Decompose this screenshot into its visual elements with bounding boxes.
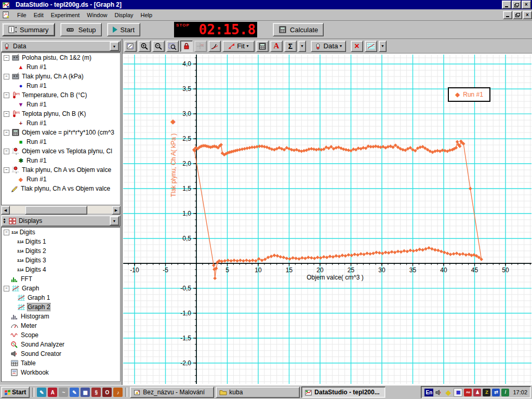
power-icon[interactable]: Z	[483, 389, 490, 396]
collapse-icon[interactable]: −	[4, 286, 9, 291]
task-folder-kuba[interactable]: kuba	[216, 387, 300, 398]
collapse-icon[interactable]: −	[4, 55, 9, 61]
ati-icon[interactable]: Ati	[464, 389, 472, 396]
displays-tree-item[interactable]: 3.14Digits 2	[2, 246, 120, 256]
zoom-out-button[interactable]	[152, 41, 165, 52]
displays-tree-item[interactable]: Histogram	[2, 312, 120, 321]
zoom-select-button[interactable]	[166, 41, 179, 52]
minimize-button[interactable]	[502, 1, 511, 9]
collapse-icon[interactable]: −	[4, 149, 9, 154]
collapse-icon[interactable]: −	[4, 167, 9, 173]
opera-icon[interactable]: O	[102, 388, 112, 397]
close-button[interactable]: ×	[522, 1, 531, 9]
title-bar[interactable]: DataStudio - tepl200g.ds - [Graph 2] ×	[0, 0, 532, 9]
clock[interactable]: 17:02	[513, 389, 527, 395]
displays-header-dropdown[interactable]: ▼	[110, 216, 119, 225]
calculator-tool-button[interactable]	[256, 41, 269, 52]
calculator-icon[interactable]: ▦	[81, 388, 90, 397]
scale-to-fit-button[interactable]	[124, 41, 137, 52]
displays-panel-header[interactable]: ▲▼ Displays ▼	[1, 215, 121, 227]
pen-tray-icon[interactable]: /	[501, 389, 509, 396]
displays-tree-item[interactable]: −3.14Digits	[2, 228, 120, 237]
displays-tree-item[interactable]: Meter	[2, 321, 120, 330]
data-tree-item[interactable]: −Tlak plynu, Ch A vs Objem valce	[2, 165, 120, 175]
menu-help[interactable]: Help	[137, 10, 156, 20]
statistics-dropdown-button[interactable]: ▼	[298, 41, 306, 52]
displays-tree-item[interactable]: Scope	[2, 330, 120, 340]
displays-tree-item[interactable]: Table	[2, 358, 120, 368]
graph-settings-dropdown-button[interactable]: ▼	[379, 41, 387, 52]
diamond-tray-icon[interactable]: ◆	[444, 389, 452, 396]
xy-tool-button[interactable]	[194, 41, 207, 52]
data-tree-item[interactable]: −Temperature, Ch B (°C)	[2, 90, 120, 100]
start-button[interactable]: Start	[107, 23, 140, 36]
arrows-icon[interactable]: ⇄	[492, 389, 500, 396]
data-tree-hscrollbar[interactable]: ◀ ▶	[1, 206, 121, 214]
menu-file[interactable]: File	[14, 10, 30, 20]
scheduler-icon[interactable]: ▦	[454, 388, 462, 397]
child-minimize-button[interactable]	[503, 11, 512, 19]
task-paint[interactable]: Bez_názvu - Malování	[130, 387, 214, 398]
restore-button[interactable]	[512, 1, 521, 9]
menu-window[interactable]: Window	[83, 10, 111, 20]
child-restore-button[interactable]	[513, 11, 522, 19]
data-run-item[interactable]: ▲Run #1	[2, 62, 120, 72]
displays-tree-item[interactable]: Workbook	[2, 368, 120, 377]
data-tree-item[interactable]: Tlak plynu, Ch A vs Objem valce	[2, 184, 120, 193]
collapse-icon[interactable]: −	[4, 130, 9, 136]
data-run-item[interactable]: ✱Run #1	[2, 156, 120, 165]
dragon-icon[interactable]: §	[91, 388, 101, 397]
task-datastudio[interactable]: DataStudio - tepl200...	[301, 387, 385, 398]
summary-button[interactable]: Summary	[2, 23, 55, 36]
splitter-icon[interactable]: ▲▼	[3, 218, 6, 223]
data-run-item[interactable]: ■Run #1	[2, 137, 120, 147]
graph-display[interactable]: -10-551015202530354045504,03,53,02,52,01…	[123, 54, 532, 385]
fit-dropdown-button[interactable]: Fit ▼	[222, 41, 255, 52]
legend[interactable]: ◆ Run #1	[448, 87, 490, 102]
smart-tool-button[interactable]	[180, 41, 193, 52]
start-menu-button[interactable]: Start	[1, 387, 30, 398]
statistics-button[interactable]: Σ	[284, 41, 297, 52]
collapse-icon[interactable]: −	[4, 74, 9, 79]
person-icon[interactable]: ♟	[473, 389, 481, 396]
displays-tree-item[interactable]: Sound Creator	[2, 349, 120, 358]
calculate-button[interactable]: Calculate	[273, 23, 324, 36]
bird-icon[interactable]: ~	[59, 388, 68, 397]
data-tree-item[interactable]: −Objem valce vs Teplota plynu, Cl	[2, 147, 120, 156]
graph-plot[interactable]: -10-551015202530354045504,03,53,02,52,01…	[123, 55, 531, 384]
winamp-icon[interactable]: ♪	[113, 388, 123, 397]
data-tree-item[interactable]: −Poloha pistu, Ch 1&2 (m)	[2, 53, 120, 62]
menu-experiment[interactable]: Experiment	[47, 10, 84, 20]
collapse-icon[interactable]: −	[4, 92, 9, 98]
paint-icon[interactable]: ✎	[70, 388, 79, 397]
collapse-icon[interactable]: −	[4, 230, 9, 235]
displays-tree-item[interactable]: FFT	[2, 274, 120, 284]
displays-tree-item[interactable]: 3.14Digits 3	[2, 256, 120, 265]
text-tool-button[interactable]: A	[270, 41, 283, 52]
remove-button[interactable]: ×	[351, 41, 363, 52]
acrobat-icon[interactable]: A	[48, 388, 57, 397]
scrollbar-thumb[interactable]	[25, 206, 87, 215]
menu-display[interactable]: Display	[111, 10, 137, 20]
data-run-item[interactable]: ◆Run #1	[2, 175, 120, 184]
data-header-dropdown[interactable]: ▼	[110, 42, 119, 51]
setup-button[interactable]: Setup	[60, 23, 102, 36]
data-tree-item[interactable]: −Objem valce = pi*r*r*y*100 (cm^3	[2, 128, 120, 137]
graph-settings-button[interactable]	[365, 41, 377, 52]
displays-tree-item[interactable]: Graph 1	[2, 293, 120, 302]
displays-tree-item[interactable]: 3.14Digits 4	[2, 265, 120, 274]
document-icon[interactable]	[2, 11, 10, 19]
scroll-right-icon[interactable]: ▶	[112, 206, 121, 215]
collapse-icon[interactable]: −	[4, 111, 9, 117]
keyboard-language-indicator[interactable]: En	[424, 389, 433, 396]
menu-edit[interactable]: Edit	[30, 10, 47, 20]
displays-tree-item[interactable]: 3.14Digits 1	[2, 237, 120, 246]
volume-icon[interactable]	[435, 389, 443, 396]
data-tree-item[interactable]: −Teplota plynu, Ch B (K)	[2, 109, 120, 118]
data-run-item[interactable]: ●Run #1	[2, 81, 120, 90]
displays-tree-item[interactable]: −Graph	[2, 284, 120, 293]
displays-tree-item-selected[interactable]: Graph 2	[2, 302, 120, 312]
data-run-item[interactable]: ▼Run #1	[2, 100, 120, 109]
displays-tree-item[interactable]: Sound Analyzer	[2, 340, 120, 349]
data-tree-item[interactable]: −Tlak plynu, Ch A (kPa)	[2, 72, 120, 81]
